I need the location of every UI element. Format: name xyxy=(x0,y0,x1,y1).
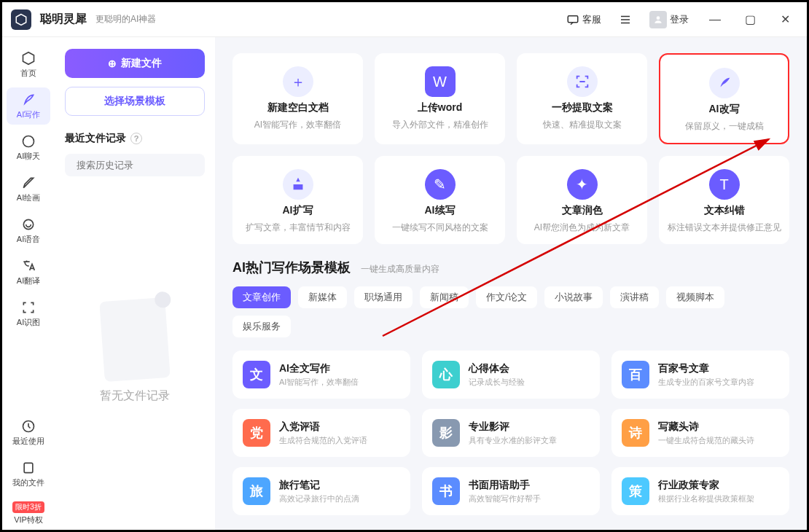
extract-icon xyxy=(567,66,598,97)
template-card[interactable]: 旅旅行笔记高效记录旅行中的点滴 xyxy=(232,467,410,515)
file-icon xyxy=(20,460,36,476)
template-title: 行业政策专家 xyxy=(658,479,754,492)
minimize-button[interactable]: — xyxy=(702,7,728,33)
template-title: AI全文写作 xyxy=(279,362,359,375)
menu-icon xyxy=(619,13,632,26)
template-icon: 党 xyxy=(243,419,270,447)
menu-button[interactable] xyxy=(614,10,636,29)
card-ai-expand[interactable]: AI扩写扩写文章，丰富情节和内容 xyxy=(232,156,363,244)
tab-4[interactable]: 作文/论文 xyxy=(476,286,537,308)
templates-grid: 文AI全文写作AI智能写作，效率翻倍心心得体会记录成长与经验百百家号文章生成专业… xyxy=(232,351,789,515)
chat-icon xyxy=(566,13,579,26)
app-title: 聪明灵犀 xyxy=(40,12,87,27)
tab-7[interactable]: 视频脚本 xyxy=(666,286,724,308)
template-icon: 心 xyxy=(432,361,460,388)
tab-6[interactable]: 演讲稿 xyxy=(610,286,659,308)
template-card[interactable]: 书书面用语助手高效智能写作好帮手 xyxy=(422,467,600,515)
sidebar-item-chat[interactable]: AI聊天 xyxy=(7,129,50,166)
body: 首页 AI写作 AI聊天 AI绘画 AI语音 AI翻译 AI识图 最近使用 我的… xyxy=(2,37,807,530)
card-new-blank[interactable]: ＋新建空白文档AI智能写作，效率翻倍 xyxy=(232,53,363,144)
new-file-button[interactable]: ⊕ 新建文件 xyxy=(65,49,205,78)
sidebar-item-write[interactable]: AI写作 xyxy=(7,87,50,125)
svg-point-3 xyxy=(23,219,33,229)
template-title: 旅行笔记 xyxy=(279,479,359,492)
support-button[interactable]: 客服 xyxy=(562,10,606,29)
template-card[interactable]: 策行业政策专家根据行业名称提供政策框架 xyxy=(611,467,789,515)
sidebar-item-voice[interactable]: AI语音 xyxy=(7,212,50,249)
template-desc: 生成专业的百家号文章内容 xyxy=(658,377,754,388)
translate-icon xyxy=(20,258,36,274)
template-desc: 生成符合规范的入党评语 xyxy=(279,435,367,446)
template-card[interactable]: 党入党评语生成符合规范的入党评语 xyxy=(232,409,410,457)
card-correct[interactable]: T文本纠错标注错误文本并提供修正意见 xyxy=(659,156,789,244)
template-card[interactable]: 百百家号文章生成专业的百家号文章内容 xyxy=(611,351,789,399)
template-icon: 书 xyxy=(432,477,460,505)
empty-text: 暂无文件记录 xyxy=(100,388,170,404)
card-polish[interactable]: ✦文章润色AI帮您润色为成为新文章 xyxy=(517,156,647,244)
sidebar-item-translate[interactable]: AI翻译 xyxy=(7,254,50,291)
clock-icon xyxy=(20,418,36,434)
polish-icon: ✦ xyxy=(567,169,598,200)
close-button[interactable]: ✕ xyxy=(772,7,798,33)
maximize-button[interactable]: ▢ xyxy=(737,7,763,33)
template-icon: 影 xyxy=(432,419,460,447)
chat-icon xyxy=(20,133,36,149)
template-title: 专业影评 xyxy=(469,420,557,434)
template-icon: 策 xyxy=(622,477,649,505)
login-button[interactable]: 登录 xyxy=(645,8,693,31)
avatar-icon xyxy=(649,11,667,28)
template-card[interactable]: 文AI全文写作AI智能写作，效率翻倍 xyxy=(232,351,410,399)
empty-illustration-icon xyxy=(99,297,170,382)
card-ai-rewrite[interactable]: AI改写保留原义，一键成稿 xyxy=(659,53,789,144)
svg-point-2 xyxy=(23,136,34,147)
tab-2[interactable]: 职场通用 xyxy=(354,286,413,308)
search-box[interactable] xyxy=(65,154,205,176)
tab-5[interactable]: 小说故事 xyxy=(544,286,603,308)
sidebar-item-recent[interactable]: 最近使用 xyxy=(7,414,50,451)
tab-1[interactable]: 新媒体 xyxy=(298,286,347,308)
tab-0[interactable]: 文章创作 xyxy=(232,286,291,308)
main-content: ＋新建空白文档AI智能写作，效率翻倍 W上传word导入外部文件，精准创作 一秒… xyxy=(215,37,807,530)
feature-row-1: ＋新建空白文档AI智能写作，效率翻倍 W上传word导入外部文件，精准创作 一秒… xyxy=(232,53,789,144)
svg-point-1 xyxy=(657,16,660,20)
app-tagline: 更聪明的AI神器 xyxy=(95,13,156,26)
mic-icon xyxy=(20,216,36,232)
svg-rect-0 xyxy=(568,15,578,22)
tab-8[interactable]: 娱乐服务 xyxy=(232,316,291,337)
home-icon xyxy=(20,50,36,66)
plus-icon: ⊕ xyxy=(108,58,117,69)
app-logo-icon xyxy=(11,9,31,30)
plus-circle-icon: ＋ xyxy=(283,66,313,97)
template-icon: 百 xyxy=(622,361,649,388)
expand-icon xyxy=(283,169,313,200)
titlebar: 聪明灵犀 更聪明的AI神器 客服 登录 — ▢ ✕ xyxy=(2,2,807,37)
correct-icon: T xyxy=(709,169,740,200)
empty-state: 暂无文件记录 xyxy=(65,185,205,518)
template-card[interactable]: 诗写藏头诗一键生成符合规范的藏头诗 xyxy=(611,409,789,457)
word-icon: W xyxy=(425,66,456,97)
sidebar-item-home[interactable]: 首页 xyxy=(7,46,50,83)
section-subtitle: 一键生成高质量内容 xyxy=(361,263,439,275)
sidebar-item-draw[interactable]: AI绘画 xyxy=(7,171,50,208)
svg-rect-5 xyxy=(24,463,33,472)
sidebar-item-myfiles[interactable]: 我的文件 xyxy=(7,455,50,493)
choose-template-button[interactable]: 选择场景模板 xyxy=(65,87,205,116)
tab-3[interactable]: 新闻稿 xyxy=(420,286,469,308)
discount-badge: 限时3折 xyxy=(12,501,44,513)
template-title: 写藏头诗 xyxy=(658,420,754,434)
template-desc: 高效记录旅行中的点滴 xyxy=(279,493,359,504)
template-card[interactable]: 影专业影评具有专业水准的影评文章 xyxy=(422,409,600,457)
card-extract-text[interactable]: 一秒提取文案快速、精准提取文案 xyxy=(517,53,647,144)
search-input[interactable] xyxy=(77,160,199,171)
feather-icon xyxy=(20,92,36,108)
template-title: 心得体会 xyxy=(469,362,525,375)
card-upload-word[interactable]: W上传word导入外部文件，精准创作 xyxy=(375,53,505,144)
template-card[interactable]: 心心得体会记录成长与经验 xyxy=(422,351,600,399)
help-icon[interactable]: ? xyxy=(130,133,142,144)
template-desc: 记录成长与经验 xyxy=(469,377,525,388)
sidebar-item-vision[interactable]: AI识图 xyxy=(7,295,50,332)
brush-icon xyxy=(20,175,36,191)
card-ai-continue[interactable]: ✎AI续写一键续写不同风格的文案 xyxy=(375,156,505,244)
sidebar-item-vip[interactable]: 限时3折VIP特权 xyxy=(7,497,50,530)
template-title: 书面用语助手 xyxy=(469,479,541,492)
